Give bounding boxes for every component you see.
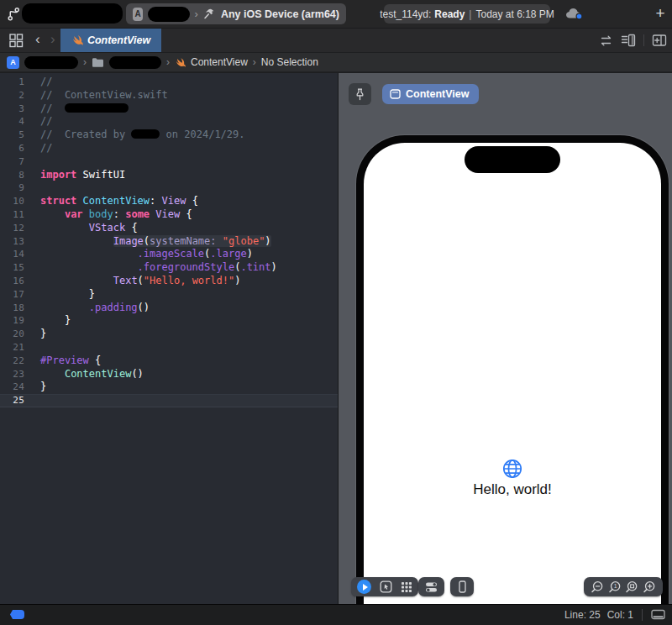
code-line[interactable]: 24} bbox=[0, 381, 338, 394]
line-number[interactable]: 5 bbox=[0, 129, 32, 142]
editor-controls bbox=[599, 29, 667, 52]
line-number[interactable]: 16 bbox=[0, 275, 32, 288]
code-line[interactable]: 16 Text("Hello, world!") bbox=[0, 275, 338, 288]
line-number[interactable]: 18 bbox=[0, 302, 32, 315]
code-line[interactable]: 2// ContentView.swift bbox=[0, 89, 338, 102]
line-number[interactable]: 1 bbox=[0, 76, 32, 89]
live-preview-button[interactable] bbox=[357, 580, 371, 594]
code-line[interactable]: 21 bbox=[0, 341, 338, 355]
code-lines[interactable]: 1//2// ContentView.swift3// 4//5// Creat… bbox=[0, 76, 338, 407]
code-line[interactable]: 14 .imageScale(.large) bbox=[0, 248, 338, 261]
cursor-position: Line: 25 Col: 1 bbox=[564, 609, 633, 621]
line-number[interactable]: 14 bbox=[0, 248, 32, 261]
breakpoint-tag-icon[interactable] bbox=[10, 610, 24, 619]
code-line[interactable]: 23 ContentView() bbox=[0, 368, 338, 381]
line-number[interactable]: 15 bbox=[0, 261, 32, 275]
line-number[interactable]: 24 bbox=[0, 381, 32, 394]
add-editor-icon[interactable] bbox=[652, 34, 667, 47]
line-number[interactable]: 19 bbox=[0, 314, 32, 328]
scheme-selector[interactable]: A › Any iOS Device (arm64) bbox=[126, 3, 346, 24]
selectable-mode-icon[interactable] bbox=[380, 580, 392, 593]
run-destination[interactable]: Any iOS Device (arm64) bbox=[221, 8, 339, 20]
line-number[interactable]: 6 bbox=[0, 142, 32, 155]
line-number[interactable]: 25 bbox=[0, 394, 32, 407]
line-number[interactable]: 12 bbox=[0, 222, 32, 235]
zoom-out-icon[interactable] bbox=[591, 580, 604, 594]
line-number[interactable]: 7 bbox=[0, 155, 32, 169]
line-number[interactable]: 23 bbox=[0, 368, 32, 381]
line-number[interactable]: 2 bbox=[0, 89, 32, 102]
related-items-icon[interactable] bbox=[8, 33, 24, 48]
navigate-forward-button[interactable]: › bbox=[50, 31, 55, 48]
redacted-scheme-name bbox=[148, 7, 190, 22]
zoom-in-icon[interactable] bbox=[643, 580, 656, 594]
code-line[interactable]: 9 bbox=[0, 181, 338, 195]
canvas-mode-controls bbox=[351, 577, 418, 596]
main-split: 1//2// ContentView.swift3// 4//5// Creat… bbox=[0, 73, 672, 604]
crumb-selection[interactable]: No Selection bbox=[261, 56, 318, 68]
line-number[interactable]: 13 bbox=[0, 235, 32, 249]
crumb-file[interactable]: ContentView bbox=[191, 56, 248, 68]
status-separator: | bbox=[469, 8, 471, 20]
code-line[interactable]: 3// bbox=[0, 102, 338, 116]
hammer-icon bbox=[203, 8, 216, 20]
status-bar-right: Line: 25 Col: 1 bbox=[564, 604, 665, 625]
status-scheme: test_114yd: bbox=[380, 8, 431, 20]
breadcrumb: A › › ContentView › No Selection bbox=[0, 53, 672, 72]
line-number[interactable]: 20 bbox=[0, 328, 32, 341]
code-line[interactable]: 10struct ContentView: View { bbox=[0, 195, 338, 208]
device-settings-button[interactable] bbox=[418, 577, 444, 596]
display-icon[interactable] bbox=[651, 609, 665, 621]
line-number[interactable]: 8 bbox=[0, 169, 32, 182]
line-number[interactable]: 21 bbox=[0, 341, 32, 355]
code-line[interactable]: 15 .foregroundStyle(.tint) bbox=[0, 261, 338, 275]
chevron-right-icon: › bbox=[195, 8, 198, 20]
code-line[interactable]: 22#Preview { bbox=[0, 355, 338, 368]
code-line[interactable]: 7 bbox=[0, 155, 338, 169]
preview-tab-contentview[interactable]: ContentView bbox=[382, 84, 479, 104]
activity-status[interactable]: test_114yd: Ready | Today at 6:18 PM bbox=[384, 4, 550, 24]
pin-preview-button[interactable] bbox=[349, 83, 371, 105]
swift-file-icon bbox=[175, 57, 186, 68]
editor-options-icon[interactable] bbox=[621, 34, 636, 47]
line-number[interactable]: 22 bbox=[0, 355, 32, 368]
zoom-fit-icon[interactable] bbox=[625, 580, 638, 594]
code-line[interactable]: 5// Created by on 2024/1/29. bbox=[0, 129, 338, 142]
line-number[interactable]: 4 bbox=[0, 115, 32, 129]
code-line[interactable]: 4// bbox=[0, 115, 338, 129]
zoom-100-icon[interactable]: 1 bbox=[608, 580, 622, 594]
redacted-text bbox=[131, 129, 160, 139]
source-control-icon[interactable] bbox=[7, 7, 21, 21]
add-button[interactable]: + bbox=[650, 3, 670, 24]
preview-device-button[interactable] bbox=[450, 577, 474, 596]
code-line[interactable]: 18 .padding() bbox=[0, 302, 338, 315]
navigate-back-button[interactable]: ‹ bbox=[35, 31, 40, 48]
line-number[interactable]: 17 bbox=[0, 288, 32, 302]
line-number[interactable]: 11 bbox=[0, 208, 32, 222]
line-number[interactable]: 9 bbox=[0, 181, 32, 195]
code-line[interactable]: 12 VStack { bbox=[0, 222, 338, 235]
project-app-icon[interactable]: A bbox=[7, 56, 19, 69]
swap-editor-icon[interactable] bbox=[599, 34, 613, 47]
line-number[interactable]: 10 bbox=[0, 195, 32, 208]
code-line[interactable]: 13 Image(systemName: "globe") bbox=[0, 235, 338, 249]
code-line[interactable]: 25 bbox=[0, 394, 338, 407]
chevron-right-icon: › bbox=[166, 56, 170, 68]
source-editor[interactable]: 1//2// ContentView.swift3// 4//5// Creat… bbox=[0, 73, 339, 604]
line-number[interactable]: 3 bbox=[0, 102, 32, 116]
col-indicator: Col: 1 bbox=[607, 609, 633, 621]
dynamic-island bbox=[465, 146, 560, 173]
iphone-screen[interactable] bbox=[364, 143, 661, 604]
cloud-sync-icon[interactable] bbox=[564, 6, 585, 21]
code-line[interactable]: 17 } bbox=[0, 288, 338, 302]
code-line[interactable]: 8import SwiftUI bbox=[0, 169, 338, 182]
redacted-text bbox=[65, 103, 129, 113]
code-line[interactable]: 19 } bbox=[0, 314, 338, 328]
code-line[interactable]: 1// bbox=[0, 76, 338, 89]
tab-contentview[interactable]: ContentView bbox=[60, 29, 161, 52]
code-line[interactable]: 11 var body: some View { bbox=[0, 208, 338, 222]
code-line[interactable]: 20} bbox=[0, 328, 338, 341]
variants-mode-icon[interactable] bbox=[401, 581, 412, 593]
code-line[interactable]: 6// bbox=[0, 142, 338, 155]
preview-tab-label: ContentView bbox=[406, 88, 469, 100]
